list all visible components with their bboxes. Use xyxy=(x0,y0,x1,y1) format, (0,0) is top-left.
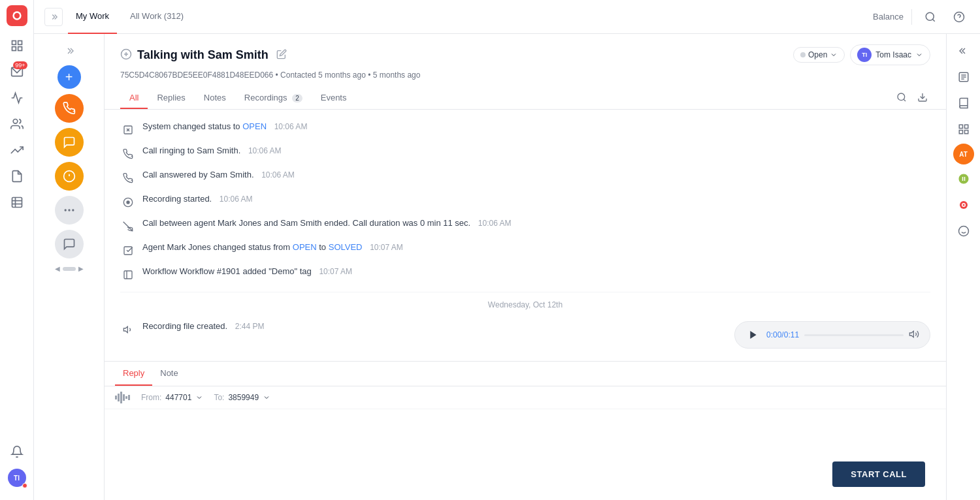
svg-rect-53 xyxy=(964,131,968,134)
rail-icon-profile[interactable]: TI xyxy=(5,466,29,490)
search-tab-btn[interactable] xyxy=(894,89,909,107)
ticket-header: Talking with Sam Smith Open xyxy=(105,34,946,110)
compose-actions: START CALL xyxy=(105,448,946,500)
compose-tab-reply[interactable]: Reply xyxy=(115,362,152,386)
event-time: 10:06 AM xyxy=(220,195,253,204)
sidebar-phone-button[interactable] xyxy=(55,94,84,123)
nav-divider xyxy=(911,9,912,25)
help-icon-btn[interactable] xyxy=(949,7,970,27)
recording-current-time: 0:00/0:11 xyxy=(766,330,799,339)
to-field[interactable]: To: 3859949 xyxy=(214,393,270,402)
ticket-last-contact: 5 months ago xyxy=(373,70,421,80)
app-logo[interactable] xyxy=(7,5,27,26)
date-divider: Wednesday, Oct 12th xyxy=(120,292,930,317)
arrow-left-icon[interactable]: ◀ xyxy=(54,264,61,273)
start-call-button[interactable]: START CALL xyxy=(832,461,925,487)
compose-tab-note[interactable]: Note xyxy=(152,362,186,386)
rs-shopify-icon[interactable] xyxy=(952,167,975,191)
svg-rect-8 xyxy=(12,198,22,208)
event-item: Recording started. 10:06 AM xyxy=(120,190,930,214)
tab-events[interactable]: Events xyxy=(312,87,356,109)
sidebar-more-button[interactable] xyxy=(55,196,84,225)
tab-replies[interactable]: Replies xyxy=(148,87,194,109)
event-text: Call between agent Mark Jones and Sam Sm… xyxy=(142,218,930,228)
tab-all[interactable]: All xyxy=(120,87,148,109)
svg-point-1 xyxy=(14,13,19,18)
rs-address-book-icon[interactable] xyxy=(952,91,975,115)
rail-icon-grid[interactable] xyxy=(5,34,29,57)
event-item: Call answered by Sam Smith. 10:06 AM xyxy=(120,166,930,190)
event-time: 10:06 AM xyxy=(274,122,308,131)
rail-icon-notes[interactable] xyxy=(5,164,29,188)
expand-button[interactable] xyxy=(44,8,63,26)
ticket-edit-icon[interactable] xyxy=(276,49,287,61)
ticket-meta: 75C5D4C8067BDE5EE0F4881D48EED066 • Conta… xyxy=(120,70,930,80)
rail-icon-activity[interactable] xyxy=(5,86,29,110)
svg-rect-42 xyxy=(120,392,122,403)
svg-rect-4 xyxy=(12,47,16,51)
download-tab-btn[interactable] xyxy=(915,89,930,107)
event-workflow-icon xyxy=(120,267,136,283)
tab-recordings[interactable]: Recordings 2 xyxy=(235,87,312,109)
recording-time: 2:44 PM xyxy=(235,322,265,331)
rs-collapse-icon[interactable] xyxy=(952,39,975,63)
svg-point-19 xyxy=(69,210,70,211)
event-text: Recording started. 10:06 AM xyxy=(142,194,930,204)
sidebar-add-button[interactable]: + xyxy=(57,65,81,89)
rs-at-avatar[interactable]: AT xyxy=(953,144,974,164)
event-item: Call ringing to Sam Smith. 10:06 AM xyxy=(120,142,930,166)
rail-icon-reports[interactable] xyxy=(5,138,29,162)
svg-rect-52 xyxy=(959,131,962,134)
sidebar-chat-button[interactable] xyxy=(55,128,84,157)
waveform-icon xyxy=(115,392,131,403)
tab-my-work[interactable]: My Work xyxy=(68,0,117,34)
svg-point-25 xyxy=(898,93,905,101)
rs-brand-icon[interactable] xyxy=(952,193,975,217)
left-icon-rail: 99+ TI xyxy=(0,0,34,500)
recording-text: Recording file created. 2:44 PM xyxy=(142,321,728,331)
sidebar-nav-arrows[interactable]: ◀ ▶ xyxy=(34,261,104,276)
event-item: Workflow Workflow #1901 added "Demo" tag… xyxy=(120,262,930,287)
svg-point-20 xyxy=(73,210,74,211)
volume-icon[interactable] xyxy=(909,329,919,341)
rs-emoji-icon[interactable] xyxy=(952,219,975,243)
rail-bottom-icons: TI xyxy=(5,440,29,495)
rail-icon-bell[interactable] xyxy=(5,440,29,463)
recordings-count: 2 xyxy=(292,94,302,102)
rail-icon-table[interactable] xyxy=(5,191,29,214)
compose-body[interactable] xyxy=(105,409,946,448)
search-icon-btn[interactable] xyxy=(920,7,941,27)
event-text: Agent Mark Jones changed status from OPE… xyxy=(142,242,930,252)
svg-rect-2 xyxy=(12,41,16,45)
sidebar-chat2-button[interactable] xyxy=(55,230,84,258)
event-time: 10:06 AM xyxy=(248,146,282,155)
ticket-area: Talking with Sam Smith Open xyxy=(105,34,946,500)
agent-avatar: TI xyxy=(857,48,872,62)
event-status-icon xyxy=(120,122,136,138)
recording-player: 0:00/0:11 xyxy=(734,321,930,349)
arrow-right-icon[interactable]: ▶ xyxy=(77,264,85,273)
sidebar-expand-btn[interactable] xyxy=(60,42,78,60)
recording-progress-track[interactable] xyxy=(804,334,904,336)
to-label: To: xyxy=(214,393,224,402)
inbox-badge: 99+ xyxy=(13,61,27,69)
tab-all-work[interactable]: All Work (312) xyxy=(122,0,191,34)
tab-actions xyxy=(894,89,930,107)
rail-top-icons: 99+ xyxy=(5,34,29,214)
play-button[interactable] xyxy=(745,327,761,343)
sidebar-message-button[interactable] xyxy=(55,162,84,191)
agent-badge[interactable]: TI Tom Isaac xyxy=(850,44,930,65)
from-field[interactable]: From: 447701 xyxy=(141,393,203,402)
status-badge[interactable]: Open xyxy=(793,47,845,63)
event-time: 10:06 AM xyxy=(261,170,295,180)
rail-icon-users[interactable] xyxy=(5,112,29,136)
rail-icon-inbox[interactable]: 99+ xyxy=(5,60,29,84)
svg-point-56 xyxy=(962,204,964,206)
event-ended-icon xyxy=(120,219,136,234)
svg-marker-38 xyxy=(750,331,756,339)
rs-document-icon[interactable] xyxy=(952,65,975,89)
rs-grid-icon[interactable] xyxy=(952,117,975,141)
compose-tabs: Reply Note xyxy=(105,362,946,386)
tab-notes[interactable]: Notes xyxy=(195,87,235,109)
recording-file-icon xyxy=(120,322,136,337)
